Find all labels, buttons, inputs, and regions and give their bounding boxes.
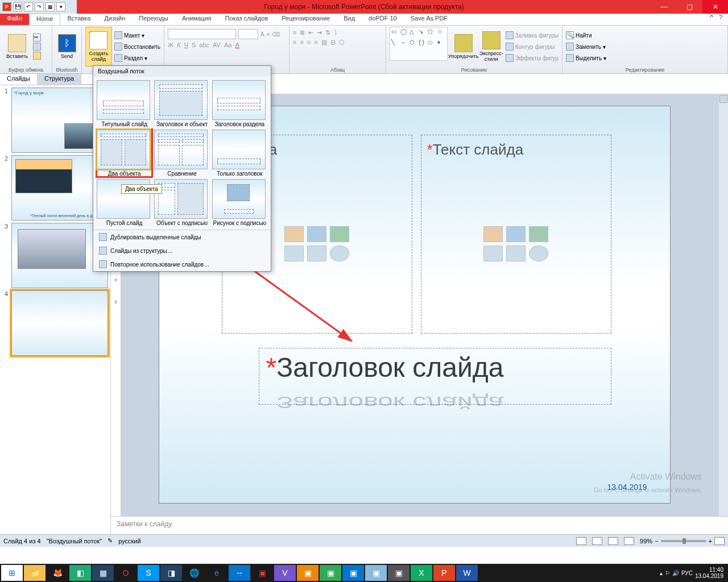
shape-outline-button[interactable]: Контур фигуры — [506, 41, 559, 52]
design-tab[interactable]: Дизайн — [97, 14, 132, 25]
insert-clipart-icon[interactable] — [307, 246, 326, 261]
quick-styles-button[interactable]: Экспресс-стили — [479, 27, 503, 66]
layout-title-only[interactable]: Только заголовок — [212, 130, 267, 177]
insert-media-icon[interactable] — [529, 246, 548, 261]
insert-chart-icon[interactable] — [506, 226, 526, 242]
layout-title-slide[interactable]: Титульный слайд — [97, 80, 152, 127]
tray-lang[interactable]: РУС — [681, 570, 693, 576]
insert-picture-icon[interactable] — [284, 246, 304, 261]
zoom-level[interactable]: 99% — [640, 538, 652, 544]
paste-button[interactable]: Вставить — [3, 27, 31, 66]
insert-tab[interactable]: Вставка — [60, 14, 97, 25]
animation-tab[interactable]: Анимация — [175, 14, 218, 25]
font-name-combo[interactable] — [168, 29, 236, 39]
task-app1[interactable]: ◧ — [69, 565, 91, 581]
redo-icon[interactable]: ↷ — [35, 2, 44, 11]
task-app7[interactable]: ▣ — [388, 565, 410, 581]
reading-view-button[interactable] — [608, 537, 618, 545]
insert-clipart-icon[interactable] — [506, 246, 526, 261]
task-app6[interactable]: ▣ — [342, 565, 364, 581]
underline-icon[interactable]: Ч — [184, 41, 188, 48]
clear-format-icon[interactable]: ⌫ — [272, 31, 280, 38]
line-spacing-icon[interactable]: ⇅ — [325, 29, 330, 36]
task-word[interactable]: W — [456, 565, 478, 581]
slides-from-outline-action[interactable]: Слайды из структуры… — [93, 244, 271, 257]
task-edge[interactable]: e — [206, 565, 228, 581]
ribbon-minimize-icon[interactable]: ^ — [710, 14, 713, 25]
task-opera[interactable]: O — [115, 565, 136, 581]
home-tab[interactable]: Home — [29, 14, 60, 25]
layout-picture-caption[interactable]: Рисунок с подписью — [212, 179, 267, 226]
title-placeholder[interactable]: *Заголовок слайда *Заголовок слайда — [259, 348, 611, 405]
layout-title-content[interactable]: Заголовок и объект — [154, 80, 209, 127]
copy-icon[interactable] — [33, 43, 41, 51]
task-teamviewer[interactable]: ↔ — [229, 565, 250, 581]
task-app3[interactable]: ▣ — [251, 565, 273, 581]
task-app5[interactable]: ▣ — [320, 565, 341, 581]
new-slide-button[interactable]: ✦ Создать слайд — [85, 27, 112, 66]
shadow-icon[interactable]: S — [192, 41, 196, 48]
shrink-font-icon[interactable]: A — [267, 32, 270, 37]
thumbnail-4[interactable]: 4 — [2, 290, 108, 356]
font-color-icon[interactable]: A — [235, 41, 239, 48]
cut-icon[interactable]: ✂ — [33, 34, 41, 41]
powerpoint-icon[interactable]: P — [2, 2, 11, 11]
zoom-in-button[interactable]: + — [709, 538, 712, 544]
strike-icon[interactable]: abc — [199, 41, 209, 48]
bullets-icon[interactable]: ≡ — [293, 29, 296, 36]
zoom-out-button[interactable]: − — [655, 538, 658, 544]
font-size-combo[interactable] — [238, 29, 258, 39]
indent-right-icon[interactable]: ⇥ — [317, 29, 322, 36]
align-center-icon[interactable]: ≡ — [300, 39, 303, 46]
tray-expand-icon[interactable]: ▴ — [660, 570, 663, 576]
language-status[interactable]: русский — [118, 538, 140, 544]
section-button[interactable]: Раздел ▾ — [114, 53, 160, 63]
layout-section-header[interactable]: Заголовок раздела — [212, 80, 267, 127]
insert-media-icon[interactable] — [330, 246, 349, 261]
transitions-tab[interactable]: Переходы — [132, 14, 175, 25]
save-icon[interactable]: 💾 — [13, 2, 22, 11]
tray-defender-icon[interactable]: ⚐ — [665, 570, 670, 576]
scroll-up-icon[interactable] — [719, 95, 727, 103]
numbering-icon[interactable]: ≣ — [300, 29, 305, 36]
format-painter-icon[interactable] — [33, 52, 41, 60]
shapes-gallery[interactable]: ▭◯△↘⬠☆ ╲↔⬡{ }⬭▾ — [390, 27, 448, 61]
content-placeholder-right[interactable]: *Текст слайда — [421, 135, 611, 334]
italic-icon[interactable]: К — [177, 41, 180, 48]
notes-pane[interactable]: Заметки к слайду — [111, 516, 728, 534]
task-viber[interactable]: V — [274, 565, 296, 581]
layout-button[interactable]: Макет ▾ — [114, 30, 160, 40]
arrange-button[interactable]: Упорядочить — [450, 27, 477, 66]
minimize-button[interactable]: — — [651, 0, 677, 14]
find-button[interactable]: 🔍Найти — [566, 30, 606, 40]
task-skype[interactable]: S — [138, 565, 159, 581]
slideshow-tab[interactable]: Показ слайдов — [218, 14, 275, 25]
slideshow-view-button[interactable] — [624, 537, 634, 545]
task-vbox[interactable]: ◨ — [160, 565, 182, 581]
spacing-icon[interactable]: AV — [213, 41, 221, 48]
view-tab[interactable]: Вид — [337, 14, 362, 25]
shape-effects-button[interactable]: Эффекты фигур — [506, 53, 559, 63]
task-firefox[interactable]: 🦊 — [47, 565, 68, 581]
insert-table-icon[interactable] — [284, 226, 304, 242]
task-app2[interactable]: ▦ — [92, 565, 114, 581]
columns-icon[interactable]: ▥ — [321, 39, 327, 46]
replace-button[interactable]: Заменить ▾ — [566, 41, 606, 52]
task-chrome[interactable]: 🌐 — [183, 565, 205, 581]
help-icon[interactable]: ? — [719, 14, 722, 25]
file-tab[interactable]: Файл — [0, 14, 29, 25]
smartart-icon[interactable]: ⬡ — [339, 39, 345, 46]
tray-clock[interactable]: 11:40 13.04.2019 — [695, 567, 723, 579]
outline-tab[interactable]: Структура — [38, 74, 81, 85]
task-excel[interactable]: X — [411, 565, 432, 581]
slide-counter[interactable]: Слайд 4 из 4 — [3, 538, 41, 544]
close-button[interactable]: ✕ — [702, 0, 728, 14]
grow-font-icon[interactable]: A — [260, 31, 264, 38]
indent-left-icon[interactable]: ⇤ — [308, 29, 313, 36]
vertical-scrollbar[interactable] — [719, 94, 728, 516]
layout-content-caption[interactable]: Объект с подписью — [154, 179, 209, 226]
bold-icon[interactable]: Ж — [168, 41, 173, 48]
insert-smartart-icon[interactable] — [330, 226, 349, 242]
sorter-view-button[interactable] — [592, 537, 602, 545]
start-button[interactable]: ⊞ — [1, 565, 23, 581]
